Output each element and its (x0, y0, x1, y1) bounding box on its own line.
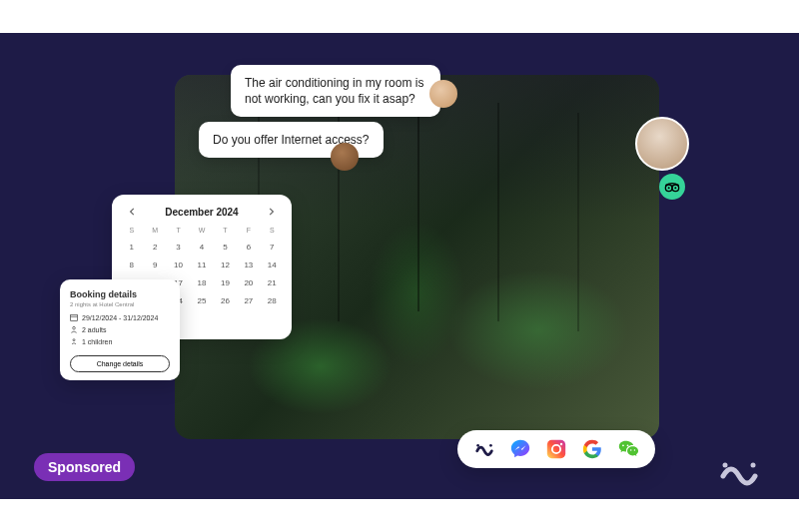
instagram-icon[interactable] (545, 438, 567, 460)
svg-point-17 (723, 463, 728, 468)
svg-point-8 (476, 444, 479, 447)
calendar-prev-button[interactable] (126, 205, 140, 219)
calendar-day[interactable]: 9 (143, 257, 166, 273)
calendar-header: December 2024 (120, 205, 284, 225)
calendar-day[interactable]: 21 (261, 274, 284, 291)
chat-text: The air conditioning in my room is not w… (245, 76, 423, 106)
calendar-dow: T (214, 225, 237, 238)
svg-point-12 (560, 443, 562, 445)
calendar-day[interactable]: 6 (237, 239, 260, 256)
calendar-day[interactable]: 8 (120, 257, 143, 273)
calendar-icon (70, 313, 78, 321)
booking-dates: 29/12/2024 - 31/12/2024 (82, 314, 158, 321)
sponsored-badge: Sponsored (34, 453, 135, 481)
google-icon[interactable] (581, 438, 603, 460)
messenger-icon[interactable] (509, 438, 531, 460)
svg-rect-10 (547, 440, 565, 458)
avatar-large (635, 117, 689, 171)
svg-point-13 (622, 444, 624, 446)
calendar-dow: S (261, 225, 284, 238)
chevron-left-icon (129, 208, 137, 216)
booking-details-card: Booking details 2 nights at Hotel Centra… (60, 279, 180, 380)
calendar-day[interactable]: 26 (214, 292, 237, 309)
wechat-icon[interactable] (617, 438, 639, 460)
svg-point-16 (634, 449, 635, 450)
svg-point-18 (751, 463, 756, 468)
brand-icon[interactable] (473, 438, 495, 460)
calendar-day[interactable]: 10 (167, 257, 190, 273)
tripadvisor-icon (664, 179, 680, 195)
tripadvisor-badge[interactable] (659, 174, 685, 200)
calendar-day[interactable]: 7 (261, 239, 284, 256)
svg-point-15 (630, 449, 631, 450)
person-icon (70, 325, 78, 333)
calendar-day[interactable]: 2 (143, 239, 166, 256)
calendar-next-button[interactable] (264, 205, 278, 219)
calendar-day[interactable]: 25 (190, 292, 213, 309)
calendar-day[interactable]: 18 (190, 274, 213, 291)
calendar-dow: W (190, 225, 213, 238)
calendar-day[interactable]: 27 (237, 292, 260, 309)
calendar-dow: T (167, 225, 190, 238)
change-details-button[interactable]: Change details (70, 355, 170, 372)
calendar-day[interactable]: 14 (261, 257, 284, 273)
calendar-day[interactable]: 28 (261, 292, 284, 309)
calendar-day[interactable]: 13 (237, 257, 260, 273)
svg-point-7 (73, 339, 75, 341)
calendar-day[interactable]: 1 (120, 239, 143, 256)
chat-bubble-ac: The air conditioning in my room is not w… (231, 65, 440, 117)
svg-rect-4 (71, 314, 78, 320)
avatar-guest-2 (331, 143, 359, 171)
booking-title: Booking details (70, 289, 170, 299)
calendar-dow: S (120, 225, 143, 238)
brand-logo-corner (717, 454, 761, 486)
booking-adults-row: 2 adults (70, 325, 170, 333)
svg-point-9 (489, 444, 492, 447)
calendar-day[interactable]: 4 (190, 239, 213, 256)
booking-subtitle: 2 nights at Hotel Central (70, 301, 170, 307)
calendar-day[interactable]: 19 (214, 274, 237, 291)
channel-icon-tray (457, 430, 655, 468)
avatar-guest-1 (429, 80, 457, 108)
booking-adults: 2 adults (82, 326, 107, 333)
svg-point-3 (674, 187, 676, 189)
svg-point-2 (668, 187, 670, 189)
chevron-right-icon (267, 208, 275, 216)
svg-point-6 (73, 326, 76, 329)
booking-children: 1 children (82, 338, 112, 345)
calendar-month-title: December 2024 (165, 207, 238, 218)
calendar-day[interactable]: 20 (237, 274, 260, 291)
booking-children-row: 1 children (70, 337, 170, 345)
calendar-day[interactable]: 11 (190, 257, 213, 273)
calendar-day[interactable]: 5 (214, 239, 237, 256)
calendar-day[interactable]: 3 (167, 239, 190, 256)
calendar-dow: F (237, 225, 260, 238)
svg-point-14 (627, 444, 629, 446)
calendar-day[interactable]: 12 (214, 257, 237, 273)
calendar-dow: M (143, 225, 166, 238)
child-icon (70, 337, 78, 345)
booking-dates-row: 29/12/2024 - 31/12/2024 (70, 313, 170, 321)
